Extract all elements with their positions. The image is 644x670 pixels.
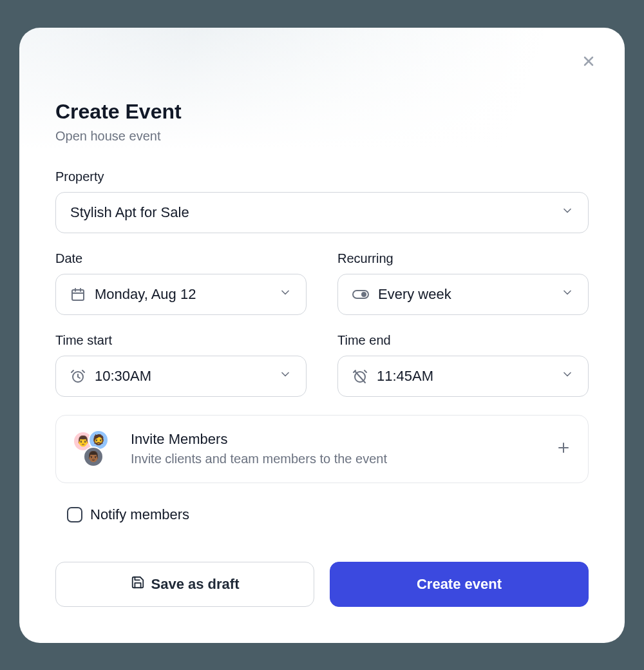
alarm-off-icon	[352, 368, 368, 384]
property-select[interactable]: Stylish Apt for Sale	[55, 192, 589, 233]
time-start-value: 10:30AM	[95, 368, 151, 385]
svg-line-15	[365, 370, 366, 372]
date-value: Monday, Aug 12	[95, 286, 196, 303]
save-draft-button[interactable]: Save as draft	[55, 562, 314, 607]
time-end-group: Time end 11:45AM	[337, 333, 589, 397]
chevron-down-icon	[279, 286, 292, 303]
chevron-down-icon	[561, 204, 574, 221]
time-end-label: Time end	[337, 333, 589, 348]
modal-title: Create Event	[55, 100, 589, 124]
create-event-label: Create event	[417, 576, 502, 593]
time-end-select[interactable]: 11:45AM	[337, 356, 589, 397]
save-draft-label: Save as draft	[151, 576, 240, 593]
create-event-modal: Create Event Open house event Property S…	[19, 28, 625, 643]
time-start-select[interactable]: 10:30AM	[55, 356, 307, 397]
svg-line-10	[78, 377, 80, 378]
time-end-value: 11:45AM	[377, 368, 433, 385]
svg-rect-2	[72, 290, 84, 300]
create-event-button[interactable]: Create event	[330, 562, 589, 607]
notify-row: Notify members	[55, 506, 589, 523]
recurring-group: Recurring Every week	[337, 251, 589, 315]
alarm-icon	[70, 368, 86, 384]
plus-icon	[556, 440, 571, 458]
toggle-icon	[352, 289, 369, 300]
date-group: Date Monday, Aug 12	[55, 251, 307, 315]
notify-label: Notify members	[90, 506, 189, 523]
modal-subtitle: Open house event	[55, 129, 589, 144]
chevron-down-icon	[561, 368, 574, 385]
chevron-down-icon	[561, 286, 574, 303]
invite-description: Invite clients and team members to the e…	[131, 452, 387, 466]
modal-footer: Save as draft Create event	[55, 562, 589, 607]
svg-point-7	[362, 292, 366, 296]
svg-line-11	[71, 370, 73, 372]
property-label: Property	[55, 169, 589, 184]
calendar-icon	[70, 287, 86, 302]
notify-checkbox[interactable]	[67, 507, 82, 522]
time-start-label: Time start	[55, 333, 307, 348]
close-button[interactable]	[578, 51, 599, 72]
invite-title: Invite Members	[131, 431, 387, 448]
property-group: Property Stylish Apt for Sale	[55, 169, 589, 233]
recurring-select[interactable]: Every week	[337, 274, 589, 315]
recurring-label: Recurring	[337, 251, 589, 266]
svg-line-12	[82, 370, 84, 372]
recurring-value: Every week	[378, 286, 451, 303]
avatar-cluster: 👨 🧔 👨🏾	[73, 430, 117, 468]
invite-members-card[interactable]: 👨 🧔 👨🏾 Invite Members Invite clients and…	[55, 415, 589, 483]
close-icon	[581, 53, 596, 69]
time-start-group: Time start 10:30AM	[55, 333, 307, 397]
modal-header: Create Event Open house event	[55, 100, 589, 144]
save-icon	[131, 575, 145, 593]
date-select[interactable]: Monday, Aug 12	[55, 274, 307, 315]
chevron-down-icon	[279, 368, 292, 385]
avatar: 👨🏾	[83, 446, 104, 467]
date-label: Date	[55, 251, 307, 266]
property-value: Stylish Apt for Sale	[70, 204, 189, 221]
